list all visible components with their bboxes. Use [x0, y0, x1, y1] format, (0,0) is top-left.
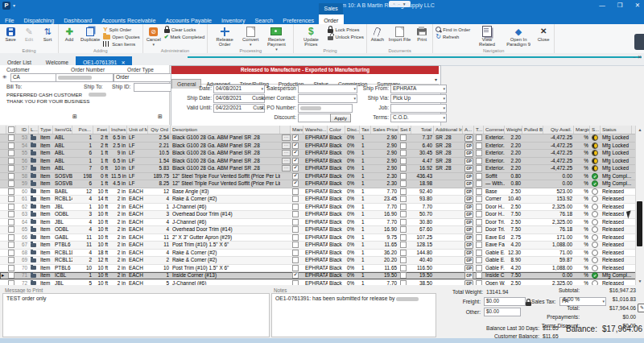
table-row[interactable]: 60ItemBABL1210 ft2 inEACH12Base Angle (#… [0, 188, 636, 196]
manu-checkbox[interactable] [292, 211, 299, 217]
cell-manu[interactable] [291, 242, 303, 249]
cell-setpr[interactable] [398, 265, 411, 272]
import-file-button[interactable]: Import File [388, 25, 411, 43]
add-button[interactable]: ✚Add [61, 25, 77, 43]
cell-manu[interactable]: ✔ [291, 150, 303, 157]
column-header-disc[interactable]: Disc... [345, 126, 360, 134]
manu-checkbox[interactable] [292, 234, 299, 241]
row-checkbox[interactable] [8, 250, 14, 256]
cell-dots[interactable]: … [280, 158, 291, 165]
manu-checkbox[interactable] [292, 204, 299, 210]
cell-setpr[interactable] [398, 158, 411, 165]
app-menu-caret-icon[interactable]: ▾ [13, 2, 15, 8]
cell-manu[interactable]: ✔ [291, 158, 303, 165]
cell-manu[interactable]: ✔ [291, 173, 303, 180]
cell-setpr[interactable] [398, 143, 411, 150]
form-tabs-overflow-icon[interactable]: ▾ [435, 76, 437, 82]
column-header-ind[interactable] [0, 126, 6, 134]
cell-t[interactable] [474, 257, 484, 264]
job-combobox[interactable] [390, 104, 447, 113]
column-header-wt[interactable]: Weight [505, 126, 522, 134]
table-row[interactable]: 64ItemJBL410 ft2 inEACH4J-Channel (#6)EP… [0, 219, 636, 227]
row-checkbox[interactable] [8, 265, 14, 271]
column-header-item[interactable]: Item/GL ID [53, 126, 72, 134]
customer-combobox[interactable]: CA [10, 73, 60, 82]
view-related-button[interactable]: View Related [473, 25, 502, 48]
cell-setpr[interactable] [398, 219, 411, 226]
row-checkbox[interactable] [8, 180, 14, 187]
table-row[interactable]: 56ItemABL11 ft6.5 inLF1.54Black G100 28 … [0, 158, 636, 166]
cell-setpr[interactable] [398, 150, 411, 157]
ship-via-combobox[interactable]: Pick Up [390, 94, 447, 103]
table-row[interactable]: 53ItemABL12 ft6.5 inLF2.54Black G100 28 … [0, 134, 636, 143]
split-order-button[interactable]: YSplit Order [103, 27, 139, 33]
cell-t[interactable] [474, 150, 484, 157]
cell-manu[interactable] [291, 280, 303, 286]
cell-manu[interactable]: ✔ [291, 165, 303, 172]
cell-setpr[interactable] [398, 272, 411, 279]
cell-cb[interactable] [6, 134, 16, 142]
manu-checkbox[interactable] [292, 219, 299, 225]
line-options-button[interactable]: … [282, 143, 291, 149]
column-header-margin[interactable]: Margin [574, 126, 590, 134]
cell-manu[interactable] [291, 196, 303, 203]
cell-cb[interactable] [6, 272, 16, 279]
manu-checkbox[interactable] [292, 196, 299, 202]
table-row[interactable]: 55ItemABL61 ft9 inLF10.5Black G100 28 Ga… [0, 150, 636, 158]
cell-cb[interactable] [6, 219, 16, 226]
notes-box[interactable]: OE1-0761391: has been submitted for rele… [271, 293, 436, 337]
cell-cb[interactable] [6, 204, 16, 211]
scroll-up-icon[interactable]: ▲ [636, 126, 644, 134]
sort-button[interactable]: ⇅Sort [39, 25, 56, 43]
cell-cb[interactable] [6, 250, 16, 257]
cell-cb[interactable] [6, 165, 16, 172]
manu-checkbox[interactable]: ✔ [292, 143, 299, 149]
cell-manu[interactable] [291, 219, 303, 226]
cell-cb[interactable] [6, 143, 16, 150]
table-row[interactable]: 65ItemODBL410 ft2 inEACH4Overhead Door T… [0, 226, 636, 234]
vertical-scrollbar[interactable]: ▲ ▼ [635, 126, 644, 285]
cell-setpr[interactable] [398, 250, 411, 257]
open-in-paradigm-9-button[interactable]: ◆Open In Paradigm 9 [504, 25, 533, 48]
table-row[interactable]: 68ItemRCBL18418 ft2 inEACH4Rake & Corner… [0, 250, 636, 258]
column-header-tax[interactable]: Tax [360, 126, 371, 134]
table-row[interactable]: 54ItemABL12 ft2.5 inLF2.21Black G100 28 … [0, 143, 636, 151]
row-checkbox[interactable] [8, 280, 14, 285]
line-options-button[interactable]: … [282, 165, 291, 172]
manu-checkbox[interactable] [292, 250, 299, 256]
cell-t[interactable] [474, 265, 484, 272]
cell-t[interactable] [474, 180, 484, 188]
order-type-combobox[interactable]: Order [114, 73, 175, 82]
cell-manu[interactable] [291, 204, 303, 211]
lock-prices-button[interactable]: Lock Prices [328, 27, 363, 33]
column-header-manu[interactable]: Manu [291, 126, 303, 134]
ship-from-combobox[interactable]: EPHRATA [390, 85, 447, 93]
convert-button[interactable]: Convert▾ [242, 25, 259, 48]
column-header-gp[interactable]: A... [463, 126, 474, 134]
column-header-price[interactable]: Sales Price [371, 126, 398, 134]
row-checkbox[interactable] [8, 226, 14, 233]
cell-setpr[interactable] [398, 226, 411, 233]
row-checkbox[interactable] [8, 272, 14, 279]
cell-dots[interactable] [280, 173, 291, 180]
column-header-status[interactable]: Status [601, 126, 632, 134]
table-row[interactable]: ▸71ItemICBL110 ft2 inEACH1Inside Corner … [0, 272, 636, 280]
cell-t[interactable] [474, 219, 484, 226]
table-row[interactable]: 62ItemJBL110 ft2 inEACH1J-Channel (#6)EP… [0, 204, 636, 212]
column-header-pcs[interactable]: Pcs... [72, 126, 93, 134]
cell-t[interactable] [474, 196, 484, 203]
maximize-button[interactable]: ❐ [612, 0, 628, 10]
column-header-pull[interactable]: Pulled By [522, 126, 543, 134]
cell-dots[interactable]: … [280, 143, 291, 150]
table-row[interactable]: 63ItemODBL310 ft2 inEACH3Overhead Door T… [0, 211, 636, 219]
manu-checkbox[interactable]: ✔ [292, 180, 299, 187]
minimize-button[interactable]: — [594, 0, 610, 10]
cell-manu[interactable] [291, 226, 303, 233]
cell-setpr[interactable] [398, 173, 411, 180]
pane-pin-close-icons[interactable]: − ✕ [634, 54, 642, 60]
column-header-inch[interactable]: Inches [109, 126, 127, 134]
manu-checkbox[interactable]: ✔ [292, 173, 299, 180]
cell-setpr[interactable] [398, 234, 411, 242]
cell-dots[interactable] [280, 234, 291, 242]
edit-button[interactable]: ✎Edit [21, 25, 37, 43]
